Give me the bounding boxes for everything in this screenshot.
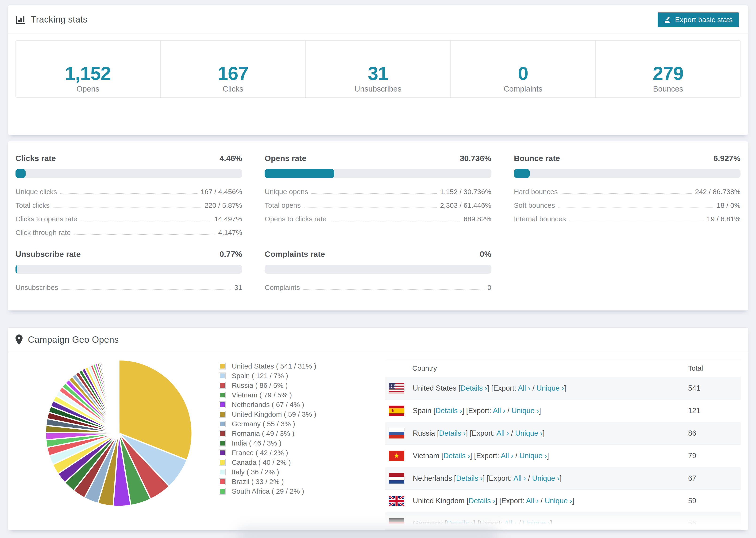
dotted-leader — [311, 193, 437, 194]
flag-ru-icon — [389, 428, 404, 439]
legend-item-united-states: United States ( 541 / 31% ) — [219, 363, 316, 369]
export-unique-link-vietnam[interactable]: Unique › — [519, 452, 547, 460]
dotted-leader — [81, 221, 211, 221]
dotted-leader — [569, 221, 703, 221]
export-button-label: Export basic stats — [675, 16, 733, 24]
legend-item-brazil: Brazil ( 33 / 2% ) — [219, 478, 316, 485]
country-name: United States — [413, 384, 457, 392]
legend-item-india: India ( 46 / 3% ) — [219, 440, 316, 446]
stat-value: 0 — [451, 64, 595, 83]
geo-row-russia: Russia [Details ›] [Export: All › / Uniq… — [385, 422, 741, 445]
stat-value: 167 — [161, 64, 305, 83]
metric-row-click-through-rate: Click through rate4.147% — [16, 226, 242, 240]
stat-label: Bounces — [596, 84, 740, 94]
export-basic-stats-button[interactable]: Export basic stats — [658, 13, 739, 27]
flag-es-icon — [389, 405, 404, 416]
export-unique-link-united-kingdom[interactable]: Unique › — [545, 497, 572, 505]
geo-opens-card: Campaign Geo Opens United States ( 541 /… — [8, 327, 748, 530]
total-value: 121 — [688, 406, 741, 415]
legend-item-germany: Germany ( 55 / 3% ) — [219, 421, 316, 427]
legend-item-italy: Italy ( 36 / 2% ) — [219, 469, 316, 475]
metric-title: Complaints rate — [265, 249, 325, 259]
legend-swatch — [219, 440, 226, 447]
legend-label: Romania ( 49 / 3% ) — [232, 430, 295, 438]
legend-swatch — [219, 372, 226, 379]
legend-label: Germany ( 55 / 3% ) — [232, 420, 295, 428]
dotted-leader — [303, 289, 484, 290]
metric-clicks-rate: Clicks rate4.46%Unique clicks167 / 4.456… — [16, 153, 242, 240]
details-link-united-states[interactable]: Details › — [460, 384, 487, 392]
legend-label: South Africa ( 29 / 2% ) — [232, 487, 304, 495]
stat-value: 279 — [596, 64, 740, 83]
legend-label: Brazil ( 33 / 2% ) — [232, 478, 284, 486]
export-all-link-spain[interactable]: All › — [493, 406, 505, 415]
export-all-link-russia[interactable]: All › — [497, 429, 509, 437]
legend-item-france: France ( 42 / 2% ) — [219, 450, 316, 456]
export-unique-link-netherlands[interactable]: Unique › — [532, 474, 560, 482]
legend-item-romania: Romania ( 49 / 3% ) — [219, 430, 316, 437]
export-all-link-united-kingdom[interactable]: All › — [526, 497, 538, 505]
unsubscribe-rate-progressbar — [16, 265, 242, 274]
metric-value: 30.736% — [460, 153, 491, 163]
metric-value: 0% — [480, 249, 491, 259]
legend-label: France ( 42 / 2% ) — [232, 449, 288, 457]
export-all-link-united-states[interactable]: All › — [518, 384, 530, 392]
stat-clicks: 167Clicks — [161, 41, 306, 97]
metric-value: 0.77% — [220, 249, 242, 259]
export-all-link-germany[interactable]: All › — [504, 519, 516, 527]
details-link-netherlands[interactable]: Details › — [456, 474, 483, 482]
metric-row-opens-to-clicks-rate: Opens to clicks rate689.82% — [265, 212, 491, 226]
legend-swatch — [219, 478, 226, 485]
dotted-leader — [330, 221, 460, 221]
metric-row-soft-bounces: Soft bounces18 / 0% — [514, 198, 740, 212]
flag-nl-icon — [389, 473, 404, 484]
export-unique-link-russia[interactable]: Unique › — [515, 429, 543, 437]
export-unique-link-united-states[interactable]: Unique › — [536, 384, 564, 392]
clicks-rate-progressbar — [16, 169, 242, 178]
dotted-leader — [62, 289, 231, 290]
total-value: 55 — [688, 519, 741, 528]
bar-chart-icon — [15, 14, 26, 25]
tracking-stats-card: Tracking stats Export basic stats 1,152O… — [8, 5, 748, 135]
flag-de-icon — [389, 518, 404, 529]
export-all-link-netherlands[interactable]: All › — [513, 474, 526, 482]
legend-swatch — [219, 392, 226, 398]
legend-label: Italy ( 36 / 2% ) — [232, 468, 279, 476]
legend-swatch — [219, 382, 226, 389]
geo-opens-body: United States ( 541 / 31% )Spain ( 121 /… — [8, 352, 748, 529]
details-link-vietnam[interactable]: Details › — [443, 452, 470, 460]
total-value: 541 — [688, 384, 741, 393]
legend-swatch — [219, 402, 226, 408]
rates-band-1: Clicks rate4.46%Unique clicks167 / 4.456… — [8, 141, 748, 240]
pie-legend: United States ( 541 / 31% )Spain ( 121 /… — [219, 363, 316, 498]
metric-value: 4.46% — [220, 153, 242, 163]
dotted-leader — [74, 234, 215, 235]
geo-row-spain: Spain [Details ›] [Export: All › / Uniqu… — [385, 400, 741, 422]
stat-bounces: 279Bounces — [596, 41, 740, 97]
legend-label: Netherlands ( 67 / 4% ) — [232, 401, 304, 409]
metric-row-total-clicks: Total clicks220 / 5.87% — [16, 198, 242, 212]
dotted-leader — [561, 193, 692, 194]
flag-us-icon — [389, 383, 404, 394]
details-link-spain[interactable]: Details › — [436, 406, 462, 415]
details-link-united-kingdom[interactable]: Details › — [469, 497, 495, 505]
metric-row-total-opens: Total opens2,303 / 61.446% — [265, 198, 491, 212]
metric-row-clicks-to-opens-rate: Clicks to opens rate14.497% — [16, 212, 242, 226]
export-unique-link-spain[interactable]: Unique › — [512, 406, 539, 415]
export-all-link-vietnam[interactable]: All › — [501, 452, 513, 460]
map-pin-icon — [15, 334, 23, 345]
export-unique-link-germany[interactable]: Unique › — [523, 519, 550, 527]
legend-item-south-africa: South Africa ( 29 / 2% ) — [219, 488, 316, 494]
legend-item-united-kingdom: United Kingdom ( 59 / 3% ) — [219, 411, 316, 417]
metric-row-hard-bounces: Hard bounces242 / 86.738% — [514, 185, 740, 198]
legend-item-spain: Spain ( 121 / 7% ) — [219, 372, 316, 379]
details-link-russia[interactable]: Details › — [439, 429, 466, 437]
stat-opens: 1,152Opens — [16, 41, 161, 97]
opens-rate-progressbar — [265, 169, 491, 178]
metric-row-complaints: Complaints0 — [265, 281, 491, 295]
flag-vn-icon — [389, 451, 404, 461]
country-name: Russia — [413, 429, 435, 437]
stat-value: 31 — [306, 64, 451, 83]
details-link-germany[interactable]: Details › — [447, 519, 473, 527]
geo-row-united-kingdom: United Kingdom [Details ›] [Export: All … — [385, 490, 741, 512]
